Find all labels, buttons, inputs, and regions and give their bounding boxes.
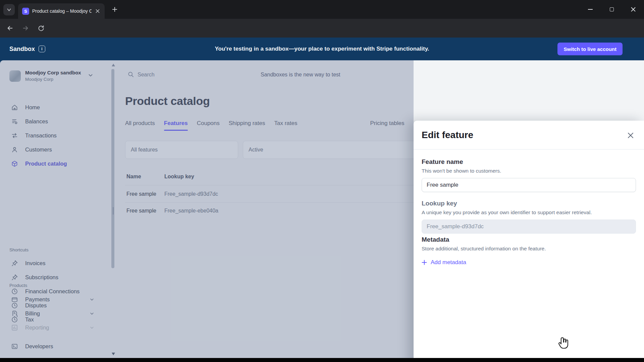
lookup-key-label: Lookup key [422, 200, 636, 207]
window-maximize-button[interactable] [601, 3, 623, 16]
plus-icon [422, 260, 427, 265]
tab-title: Product catalog – Moodjoy Cor [32, 8, 92, 14]
window-minimize-button[interactable] [580, 3, 601, 16]
edit-feature-drawer: Edit feature Feature name This won't be … [414, 121, 644, 358]
feature-name-group: Feature name This won't be shown to cust… [422, 158, 636, 192]
metadata-label: Metadata [422, 236, 636, 243]
switch-to-live-account-button[interactable]: Switch to live account [557, 43, 623, 55]
lookup-key-help: A unique key you provide as your own ide… [422, 209, 636, 216]
browser-tabstrip: S Product catalog – Moodjoy Cor [0, 0, 644, 19]
forward-icon [22, 24, 29, 32]
metadata-group: Metadata Store additional, structured in… [422, 236, 636, 252]
close-icon[interactable] [627, 132, 634, 139]
maximize-icon [610, 7, 614, 11]
close-icon [631, 7, 636, 12]
drawer-header: Edit feature [414, 121, 644, 149]
feature-name-input[interactable] [422, 178, 636, 192]
chevron-down-icon [7, 7, 11, 12]
tab-search-button[interactable] [3, 4, 15, 15]
refresh-icon [38, 25, 45, 32]
stripe-dashboard: Moodjoy Corp sandbox Moodjoy Corp Home B… [0, 60, 644, 358]
feature-name-label: Feature name [422, 158, 636, 166]
back-button[interactable] [5, 23, 15, 33]
window-controls [580, 0, 644, 19]
forward-button[interactable] [21, 23, 30, 33]
browser-tab[interactable]: S Product catalog – Moodjoy Cor [18, 3, 105, 19]
browser-toolbar: dashboard.stripe.com/test/features?activ… [0, 19, 644, 38]
add-metadata-label: Add metadata [431, 259, 466, 266]
screen-bottom-edge [0, 358, 644, 362]
window-close-button[interactable] [623, 3, 644, 16]
mouse-cursor-pointer [557, 337, 570, 350]
feature-name-help: This won't be shown to customers. [422, 168, 636, 174]
sandbox-banner-message: You're testing in a sandbox—your place t… [0, 46, 644, 52]
refresh-button[interactable] [36, 23, 46, 33]
back-icon [6, 24, 14, 32]
drawer-title: Edit feature [422, 130, 473, 140]
add-metadata-button[interactable]: Add metadata [422, 259, 466, 266]
metadata-help: Store additional, structured information… [422, 246, 636, 252]
new-tab-icon[interactable] [111, 5, 119, 13]
screen: S Product catalog – Moodjoy Cor dashboar… [0, 0, 644, 362]
minimize-icon [588, 9, 593, 10]
lookup-key-group: Lookup key A unique key you provide as y… [422, 200, 636, 234]
lookup-key-input [422, 220, 636, 234]
tab-close-icon[interactable] [95, 8, 101, 14]
stripe-favicon: S [22, 8, 29, 15]
modal-dim-overlay[interactable] [0, 60, 414, 358]
